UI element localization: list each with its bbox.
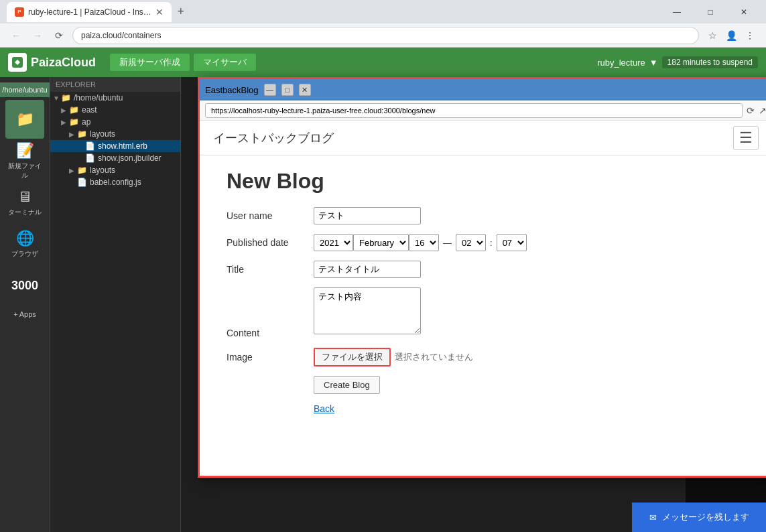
file-tree-item-layouts[interactable]: ▶ 📁 layouts — [50, 128, 180, 140]
newfile-icon: 📝 — [16, 142, 34, 159]
window-controls: — □ ✕ — [661, 2, 759, 22]
account-icon[interactable]: 👤 — [723, 27, 739, 44]
paiza-navbar: PaizaCloud 新規サーバ作成 マイサーバ ruby_lecture ▼ … — [0, 48, 766, 77]
account-name[interactable]: ruby_lecture — [597, 58, 645, 68]
file-tree-item-show-erb[interactable]: 📄 show.html.erb — [50, 140, 180, 152]
file-tree-item-babel[interactable]: 📄 babel.config.js — [50, 176, 180, 188]
tab-close-btn[interactable]: ✕ — [155, 7, 164, 17]
no-file-text: 選択されていません — [395, 351, 473, 363]
file-tree-header: EXPLORER — [50, 77, 180, 92]
file-tree-item-layouts2[interactable]: ▶ 📁 layouts — [50, 164, 180, 176]
browser-overlay-window: EastbackBlog — □ ✕ ⟳ ↗ イーストバックブログ ☰ — [198, 77, 766, 478]
username-input[interactable] — [314, 207, 421, 224]
bookmark-icon[interactable]: ☆ — [704, 27, 720, 44]
day-select[interactable]: 16 — [409, 234, 439, 251]
overlay-address-input[interactable] — [205, 103, 743, 118]
dropdown-icon: ▼ — [649, 58, 658, 68]
my-server-btn[interactable]: マイサーバ — [193, 53, 257, 72]
date-separator: — — [443, 238, 452, 248]
title-input[interactable] — [314, 261, 421, 278]
blog-brand: イーストバックブログ — [213, 130, 334, 146]
forward-btn[interactable]: → — [29, 27, 46, 44]
file-tree-item-ap[interactable]: ▶ 📁 ap — [50, 116, 180, 128]
image-label: Image — [227, 352, 314, 362]
apps-label: Apps — [19, 310, 36, 318]
overlay-minimize-btn[interactable]: — — [264, 84, 276, 96]
close-btn[interactable]: ✕ — [728, 2, 759, 22]
minimize-btn[interactable]: — — [661, 2, 692, 22]
address-input[interactable] — [72, 27, 699, 44]
file-tree-item-east[interactable]: ▶ 📁 east — [50, 104, 180, 116]
ide-tool-browser[interactable]: 🌐 ブラウザ — [5, 224, 44, 263]
file-name-babel: babel.config.js — [90, 178, 141, 187]
overlay-address-bar: ⟳ ↗ — [200, 101, 766, 121]
minute-select[interactable]: 07 — [497, 234, 527, 251]
js-file-icon: 📄 — [77, 178, 87, 187]
overlay-close-btn[interactable]: ✕ — [299, 84, 311, 96]
restore-btn[interactable]: □ — [695, 2, 726, 22]
tab-title: ruby-lecture-1 | PaizaCloud - Ins… — [28, 7, 151, 17]
ide-tool-file[interactable]: 📁 — [5, 100, 44, 139]
folder-name-ap: ap — [82, 117, 90, 127]
published-date-row: Published date 2021 January February Mar… — [227, 234, 745, 251]
erb-file-icon: 📄 — [85, 141, 95, 151]
month-select[interactable]: January February March April — [353, 234, 409, 251]
folder-icon: 📁 — [69, 117, 79, 127]
username-row: User name — [227, 207, 745, 224]
create-btn-row: Create Blog — [227, 376, 745, 394]
content-label: Content — [227, 287, 314, 338]
menu-icon[interactable]: ⋮ — [742, 27, 758, 44]
folder-icon: 📁 — [77, 129, 87, 139]
ide-tool-port[interactable]: 3000 — [5, 266, 44, 305]
browser-titlebar: P ruby-lecture-1 | PaizaCloud - Ins… ✕ +… — [0, 0, 766, 23]
ide-tool-terminal[interactable]: 🖥 ターミナル — [5, 183, 44, 222]
year-select[interactable]: 2021 — [314, 234, 353, 251]
folder-icon: 📁 — [69, 105, 79, 115]
published-label: Published date — [227, 237, 314, 248]
content-textarea[interactable]: テスト内容 — [314, 287, 421, 334]
json-file-icon: 📄 — [85, 153, 95, 163]
overlay-external-icon[interactable]: ↗ — [759, 105, 766, 116]
tab-bar: P ruby-lecture-1 | PaizaCloud - Ins… ✕ + — [7, 2, 656, 22]
browser-label: ブラウザ — [11, 249, 38, 259]
folder-icon: 📁 — [16, 111, 34, 128]
file-select-btn[interactable]: ファイルを選択 — [314, 348, 391, 367]
username-label: User name — [227, 210, 314, 221]
title-row: Title — [227, 261, 745, 278]
new-server-btn[interactable]: 新規サーバ作成 — [109, 53, 190, 72]
overlay-restore-btn[interactable]: □ — [281, 84, 294, 96]
reload-btn[interactable]: ⟳ — [51, 27, 67, 44]
time-colon: : — [490, 238, 493, 248]
terminal-label: ターミナル — [8, 208, 42, 217]
ide-apps-row[interactable]: + Apps — [11, 308, 39, 321]
new-tab-btn[interactable]: + — [172, 3, 190, 21]
hamburger-menu[interactable]: ☰ — [733, 126, 759, 150]
terminal-icon: 🖥 — [17, 188, 32, 206]
folder-icon-2: 📁 — [77, 165, 87, 175]
overlay-title: EastbackBlog — [205, 85, 259, 95]
image-row: Image ファイルを選択 選択されていません — [227, 348, 745, 367]
blog-navbar: イーストバックブログ ☰ — [200, 121, 766, 155]
overlay-reload-icon[interactable]: ⟳ — [747, 105, 755, 116]
blog-main: New Blog User name Published date 2021 — [200, 155, 766, 437]
notification-icon: ✉ — [649, 513, 657, 523]
notification-label: メッセージを残します — [662, 511, 749, 523]
create-blog-btn[interactable]: Create Blog — [314, 376, 380, 394]
bottom-notification-bar[interactable]: ✉ メッセージを残します — [632, 503, 766, 532]
ide-tool-newfile[interactable]: 📝 新規ファイル — [5, 141, 44, 180]
file-tree-item-show-json[interactable]: 📄 show.json.jbuilder — [50, 152, 180, 164]
ide-panel-header: /home/ubuntu — [0, 82, 50, 97]
overlay-titlebar: EastbackBlog — □ ✕ — [200, 79, 766, 101]
paiza-logo-icon — [8, 53, 27, 72]
active-tab[interactable]: P ruby-lecture-1 | PaizaCloud - Ins… ✕ — [7, 2, 172, 22]
root-folder-name: /home/ubuntu — [74, 93, 123, 103]
paiza-nav-btns: 新規サーバ作成 マイサーバ — [109, 53, 257, 72]
title-label: Title — [227, 264, 314, 275]
back-row: Back — [227, 403, 745, 414]
ide-sidebar: /home/ubuntu 📁 📝 新規ファイル 🖥 ターミナル 🌐 ブラウザ 3… — [0, 77, 50, 532]
hour-select[interactable]: 02 — [456, 234, 486, 251]
back-link[interactable]: Back — [314, 403, 334, 414]
file-tree-root[interactable]: ▼ 📁 /home/ubuntu — [50, 92, 180, 104]
address-bar: ← → ⟳ ☆ 👤 ⋮ — [0, 23, 766, 48]
back-btn[interactable]: ← — [8, 27, 24, 44]
